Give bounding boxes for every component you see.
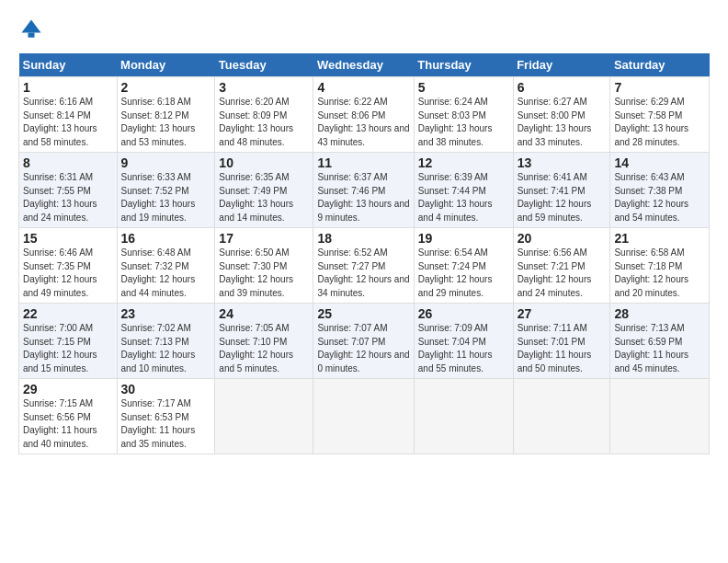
day-number: 23 (121, 306, 211, 321)
day-info: Sunrise: 6:33 AM Sunset: 7:52 PM Dayligh… (121, 171, 211, 224)
day-info: Sunrise: 7:17 AM Sunset: 6:53 PM Dayligh… (121, 397, 211, 451)
calendar-cell: 7Sunrise: 6:29 AM Sunset: 7:58 PM Daylig… (610, 77, 710, 153)
day-info: Sunrise: 7:00 AM Sunset: 7:15 PM Dayligh… (23, 322, 113, 375)
svg-rect-1 (28, 33, 35, 38)
day-info: Sunrise: 7:09 AM Sunset: 7:04 PM Dayligh… (418, 322, 509, 375)
day-number: 11 (317, 155, 409, 170)
day-info: Sunrise: 6:35 AM Sunset: 7:49 PM Dayligh… (219, 171, 309, 224)
header-row: SundayMondayTuesdayWednesdayThursdayFrid… (19, 53, 710, 77)
day-header-tuesday: Tuesday (215, 53, 313, 77)
day-number: 10 (219, 155, 309, 170)
day-info: Sunrise: 6:22 AM Sunset: 8:06 PM Dayligh… (317, 96, 409, 149)
calendar-cell: 6Sunrise: 6:27 AM Sunset: 8:00 PM Daylig… (513, 77, 610, 153)
logo (18, 17, 48, 42)
day-number: 14 (614, 155, 705, 170)
calendar-cell: 27Sunrise: 7:11 AM Sunset: 7:01 PM Dayli… (513, 304, 610, 379)
calendar-cell: 22Sunrise: 7:00 AM Sunset: 7:15 PM Dayli… (19, 304, 118, 379)
day-number: 30 (121, 382, 211, 396)
day-info: Sunrise: 6:24 AM Sunset: 8:03 PM Dayligh… (418, 96, 509, 149)
day-number: 26 (418, 306, 509, 321)
calendar-cell: 8Sunrise: 6:31 AM Sunset: 7:55 PM Daylig… (19, 153, 118, 228)
day-info: Sunrise: 7:15 AM Sunset: 6:56 PM Dayligh… (23, 397, 113, 451)
day-number: 5 (418, 80, 509, 95)
calendar-cell: 14Sunrise: 6:43 AM Sunset: 7:38 PM Dayli… (610, 153, 710, 228)
day-info: Sunrise: 6:18 AM Sunset: 8:12 PM Dayligh… (121, 96, 211, 149)
day-number: 20 (518, 231, 607, 246)
calendar-cell: 11Sunrise: 6:37 AM Sunset: 7:46 PM Dayli… (313, 153, 414, 228)
day-header-sunday: Sunday (19, 53, 118, 77)
calendar-cell (313, 379, 414, 454)
calendar-cell (513, 379, 610, 454)
week-row-2: 8Sunrise: 6:31 AM Sunset: 7:55 PM Daylig… (19, 153, 710, 228)
day-info: Sunrise: 7:11 AM Sunset: 7:01 PM Dayligh… (518, 322, 607, 375)
calendar-cell: 5Sunrise: 6:24 AM Sunset: 8:03 PM Daylig… (414, 77, 513, 153)
calendar-cell: 2Sunrise: 6:18 AM Sunset: 8:12 PM Daylig… (117, 77, 215, 153)
day-number: 27 (518, 306, 607, 321)
day-number: 13 (518, 155, 607, 170)
calendar-cell: 17Sunrise: 6:50 AM Sunset: 7:30 PM Dayli… (215, 228, 313, 304)
calendar-cell: 12Sunrise: 6:39 AM Sunset: 7:44 PM Dayli… (414, 153, 513, 228)
day-number: 8 (23, 155, 113, 170)
calendar-cell (610, 379, 710, 454)
day-number: 7 (614, 80, 705, 95)
day-info: Sunrise: 6:56 AM Sunset: 7:21 PM Dayligh… (518, 247, 607, 300)
day-number: 18 (317, 231, 409, 246)
day-number: 22 (23, 306, 113, 321)
day-info: Sunrise: 6:48 AM Sunset: 7:32 PM Dayligh… (121, 247, 211, 300)
day-info: Sunrise: 7:02 AM Sunset: 7:13 PM Dayligh… (121, 322, 211, 375)
day-info: Sunrise: 6:43 AM Sunset: 7:38 PM Dayligh… (614, 171, 705, 224)
day-number: 16 (121, 231, 211, 246)
calendar-page: SundayMondayTuesdayWednesdayThursdayFrid… (0, 0, 728, 464)
calendar-cell: 20Sunrise: 6:56 AM Sunset: 7:21 PM Dayli… (513, 228, 610, 304)
calendar-cell: 23Sunrise: 7:02 AM Sunset: 7:13 PM Dayli… (117, 304, 215, 379)
svg-marker-0 (22, 20, 41, 33)
day-number: 25 (317, 306, 409, 321)
day-number: 3 (219, 80, 309, 95)
day-number: 15 (23, 231, 113, 246)
day-info: Sunrise: 6:39 AM Sunset: 7:44 PM Dayligh… (418, 171, 509, 224)
day-number: 1 (23, 80, 113, 95)
day-number: 19 (418, 231, 509, 246)
calendar-cell: 16Sunrise: 6:48 AM Sunset: 7:32 PM Dayli… (117, 228, 215, 304)
day-number: 17 (219, 231, 309, 246)
calendar-cell: 30Sunrise: 7:17 AM Sunset: 6:53 PM Dayli… (117, 379, 215, 454)
week-row-5: 29Sunrise: 7:15 AM Sunset: 6:56 PM Dayli… (19, 379, 710, 454)
logo-icon (18, 17, 44, 42)
day-info: Sunrise: 6:31 AM Sunset: 7:55 PM Dayligh… (23, 171, 113, 224)
calendar-cell: 29Sunrise: 7:15 AM Sunset: 6:56 PM Dayli… (19, 379, 118, 454)
day-info: Sunrise: 7:05 AM Sunset: 7:10 PM Dayligh… (219, 322, 309, 375)
day-info: Sunrise: 7:07 AM Sunset: 7:07 PM Dayligh… (317, 322, 409, 375)
calendar-cell: 26Sunrise: 7:09 AM Sunset: 7:04 PM Dayli… (414, 304, 513, 379)
calendar-cell: 1Sunrise: 6:16 AM Sunset: 8:14 PM Daylig… (19, 77, 118, 153)
day-number: 12 (418, 155, 509, 170)
day-header-monday: Monday (117, 53, 215, 77)
calendar-cell (215, 379, 313, 454)
day-info: Sunrise: 6:41 AM Sunset: 7:41 PM Dayligh… (518, 171, 607, 224)
day-info: Sunrise: 6:37 AM Sunset: 7:46 PM Dayligh… (317, 171, 409, 224)
day-number: 24 (219, 306, 309, 321)
day-info: Sunrise: 6:16 AM Sunset: 8:14 PM Dayligh… (23, 96, 113, 149)
day-header-thursday: Thursday (414, 53, 513, 77)
week-row-4: 22Sunrise: 7:00 AM Sunset: 7:15 PM Dayli… (19, 304, 710, 379)
calendar-cell: 21Sunrise: 6:58 AM Sunset: 7:18 PM Dayli… (610, 228, 710, 304)
day-info: Sunrise: 6:54 AM Sunset: 7:24 PM Dayligh… (418, 247, 509, 300)
day-info: Sunrise: 7:13 AM Sunset: 6:59 PM Dayligh… (614, 322, 705, 375)
day-info: Sunrise: 6:50 AM Sunset: 7:30 PM Dayligh… (219, 247, 309, 300)
header (18, 17, 710, 42)
day-number: 28 (614, 306, 705, 321)
day-info: Sunrise: 6:46 AM Sunset: 7:35 PM Dayligh… (23, 247, 113, 300)
calendar-cell: 24Sunrise: 7:05 AM Sunset: 7:10 PM Dayli… (215, 304, 313, 379)
calendar-cell: 15Sunrise: 6:46 AM Sunset: 7:35 PM Dayli… (19, 228, 118, 304)
calendar-cell: 3Sunrise: 6:20 AM Sunset: 8:09 PM Daylig… (215, 77, 313, 153)
calendar-cell (414, 379, 513, 454)
week-row-1: 1Sunrise: 6:16 AM Sunset: 8:14 PM Daylig… (19, 77, 710, 153)
day-number: 4 (317, 80, 409, 95)
day-number: 6 (518, 80, 607, 95)
week-row-3: 15Sunrise: 6:46 AM Sunset: 7:35 PM Dayli… (19, 228, 710, 304)
day-number: 2 (121, 80, 211, 95)
calendar-cell: 13Sunrise: 6:41 AM Sunset: 7:41 PM Dayli… (513, 153, 610, 228)
calendar-table: SundayMondayTuesdayWednesdayThursdayFrid… (18, 53, 710, 454)
calendar-cell: 19Sunrise: 6:54 AM Sunset: 7:24 PM Dayli… (414, 228, 513, 304)
calendar-cell: 18Sunrise: 6:52 AM Sunset: 7:27 PM Dayli… (313, 228, 414, 304)
day-header-wednesday: Wednesday (313, 53, 414, 77)
